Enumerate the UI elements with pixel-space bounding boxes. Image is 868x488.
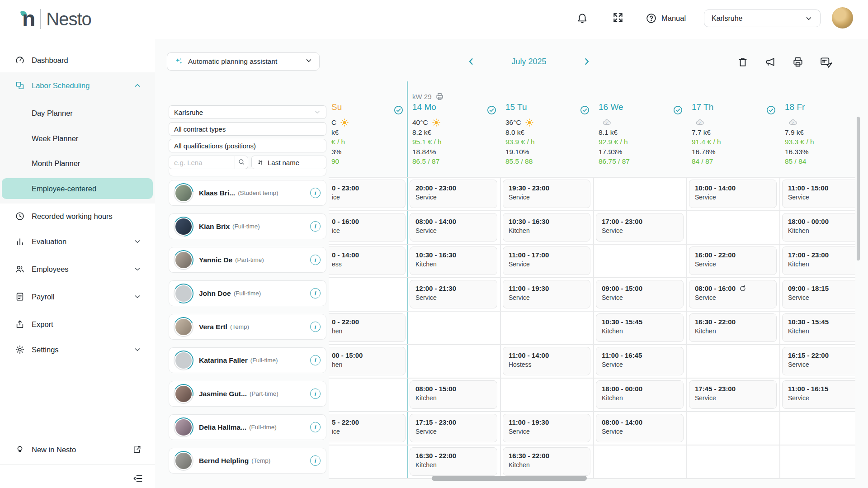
prev-month-button[interactable] [466,56,476,67]
shift-cell[interactable]: 12:00 - 21:30 Service [410,280,497,308]
employee-info-icon[interactable]: i [310,288,321,298]
shift-cell[interactable]: 11:00 - 17:00 Service [503,246,590,275]
employee-info-icon[interactable]: i [310,455,321,466]
employee-info-icon[interactable]: i [310,355,321,365]
employee-info-icon[interactable]: i [310,322,321,332]
sidebar-item-employees[interactable]: Employees [0,259,155,280]
shift-cell[interactable]: 11:00 - 16:45 Service [596,347,684,375]
sidebar-item-day-planner[interactable]: Day Planner [0,103,155,123]
shift-cell[interactable]: 16:00 - 22:00 Service [689,246,777,275]
print-week-icon[interactable] [435,92,444,101]
shift-cell[interactable]: 11:00 - 14:00 Hostess [503,347,590,375]
shift-cell[interactable]: 11:00 - 19:30 Service [503,280,590,308]
employee-search-input[interactable]: e.g. Lena [169,156,235,169]
day-approved-check-icon[interactable] [580,105,590,115]
vertical-scrollbar[interactable] [857,117,860,261]
day-approved-check-icon[interactable] [393,105,404,115]
notifications-bell-icon[interactable] [576,12,588,25]
location-filter-select[interactable]: Karlsruhe [169,105,326,119]
sidebar-item-settings[interactable]: Settings [0,339,155,360]
shift-cell[interactable]: 16:30 - 22:00 Kitchen [689,313,777,342]
day-check-we[interactable] [673,105,683,117]
employee-card[interactable]: Kian Brix (Full-time) i [169,213,326,239]
day-approved-check-icon[interactable] [486,105,497,115]
shift-cell[interactable]: 11:00 - 15:00 Service [782,180,855,208]
collapse-sidebar-icon[interactable] [132,473,143,486]
shift-cell[interactable]: 11:00 - 16:15 Service [782,380,855,409]
sidebar-item-month-planner[interactable]: Month Planner [0,153,155,174]
sidebar-item-new-in-nesto[interactable]: New in Nesto [0,439,155,460]
day-header-mo[interactable]: 14 Mo [412,102,436,112]
employee-card-partial[interactable] [169,169,326,176]
next-month-button[interactable] [581,56,592,67]
day-header-tu[interactable]: 15 Tu [505,102,527,112]
shift-cell[interactable]: 10:00 - 14:00 Service [689,180,777,208]
day-header-th[interactable]: 17 Th [692,102,713,112]
shift-cell[interactable]: 08:00 - 14:00 Service [410,213,497,242]
qualifications-filter[interactable]: All qualifications (positions) [169,139,326,152]
day-header-su[interactable]: Su [331,102,342,112]
employee-card[interactable]: Delia Hallma... (Full-time) i [169,414,326,440]
search-button[interactable] [235,156,248,169]
shift-cell[interactable]: 19:30 - 23:00 Service [503,180,590,208]
sidebar-item-recorded-working-hours[interactable]: Recorded working hours [0,206,155,227]
day-check-tu[interactable] [580,105,590,117]
shift-cell[interactable]: 17:00 - 23:00 Service [596,213,684,242]
user-avatar[interactable] [832,7,853,28]
shift-cell[interactable]: 20:00 - 23:00 Service [410,180,497,208]
employee-card[interactable]: Bernd Helpling (Temp) i [169,448,326,474]
sidebar-item-dashboard[interactable]: Dashboard [0,50,155,71]
manual-help-button[interactable]: Manual [646,13,686,24]
shift-cell[interactable]: 10:30 - 15:45 Kitchen [596,313,684,342]
employee-card[interactable]: Klaas Bri... (Student temp) i [169,180,326,206]
day-check-su[interactable] [393,105,404,117]
day-check-mo[interactable] [486,105,497,117]
shift-cell[interactable]: 11:00 - 19:30 Service [503,414,590,442]
sidebar-item-export[interactable]: Export [0,314,155,335]
employee-info-icon[interactable]: i [310,188,321,198]
fullscreen-icon[interactable] [612,12,624,25]
shift-cell[interactable]: 18:00 - 00:00 Kitchen [782,213,855,242]
send-schedule-button[interactable] [820,56,833,68]
day-header-fr[interactable]: 18 Fr [785,102,805,112]
print-button[interactable] [792,56,804,68]
shift-cell[interactable]: 09:00 - 18:15 Service [782,280,855,308]
shift-cell[interactable]: 17:00 - 23:00 Kitchen [782,246,855,275]
employee-card[interactable]: Katarina Faller (Full-time) i [169,347,326,373]
employee-info-icon[interactable]: i [310,255,321,265]
day-check-th[interactable] [766,105,776,117]
location-select[interactable]: Karlsruhe [704,9,821,27]
shift-cell[interactable]: 17:45 - 23:00 Service [689,380,777,409]
employee-card[interactable]: Yannic De (Part-time) i [169,247,326,273]
shift-cell[interactable]: 08:00 - 16:00 Service [689,280,777,308]
shift-cell[interactable]: 08:00 - 15:00 Kitchen [410,380,497,409]
employee-card[interactable]: Vera Ertl (Temp) i [169,314,326,340]
month-label[interactable]: July 2025 [511,57,546,66]
employee-info-icon[interactable]: i [310,389,321,399]
sidebar-item-payroll[interactable]: Payroll [0,286,155,307]
day-approved-check-icon[interactable] [673,105,683,115]
sidebar-item-labor-scheduling[interactable]: Labor Scheduling [0,75,155,96]
sort-button[interactable]: Last name [251,156,326,169]
shift-cell[interactable]: 08:00 - 14:00 Service [596,414,684,442]
sidebar-item-week-planner[interactable]: Week Planner [0,128,155,149]
employee-card[interactable]: Jasmine Gut... (Part-time) i [169,381,326,407]
day-approved-check-icon[interactable] [766,105,776,115]
employee-info-icon[interactable]: i [310,221,321,232]
planning-assistant-button[interactable]: Automatic planning assistant [167,52,320,71]
shift-cell[interactable]: 10:30 - 16:30 Kitchen [503,213,590,242]
horizontal-scrollbar[interactable] [432,476,587,481]
shift-cell[interactable]: 17:15 - 23:00 Service [410,414,497,442]
shift-cell[interactable]: 10:30 - 15:45 Kitchen [782,313,855,342]
shift-cell[interactable]: 10:30 - 16:30 Kitchen [410,246,497,275]
day-header-we[interactable]: 16 We [599,102,623,112]
shift-cell[interactable]: 18:00 - 00:00 Kitchen [596,380,684,409]
delete-button[interactable] [737,56,749,68]
sidebar-item-evaluation[interactable]: Evaluation [0,231,155,252]
shift-cell[interactable]: 16:15 - 22:00 Service [782,347,855,375]
shift-cell[interactable]: 09:00 - 15:00 Service [596,280,684,308]
contract-type-filter[interactable]: All contract types [169,122,326,136]
employee-card[interactable]: John Doe (Full-time) i [169,280,326,306]
sidebar-item-employee-centered[interactable]: Employee-centered [0,178,155,199]
shift-cell[interactable]: 16:30 - 22:00 Kitchen [410,447,497,476]
